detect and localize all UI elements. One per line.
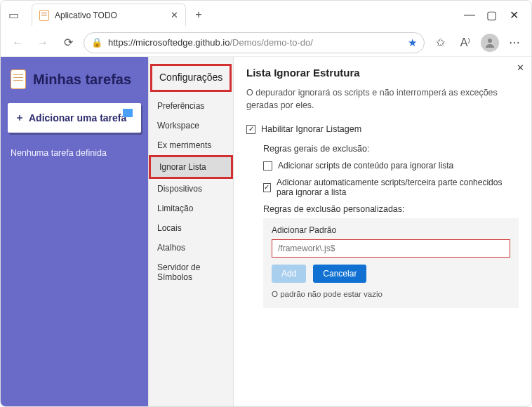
- panel-description: O depurador ignorará os scripts e não in…: [246, 87, 519, 112]
- auto-thirdparty-label: Adicionar automaticamente scripts/tercei…: [277, 178, 519, 197]
- clipboard-icon: [39, 10, 49, 21]
- address-bar: ← → ⟳ 🔒 https://microsoftedge.github.io/…: [1, 29, 531, 57]
- checkbox-icon[interactable]: [246, 125, 255, 134]
- enable-ignore-listing-row[interactable]: Habilitar Ignorar Listagem: [246, 124, 519, 134]
- app-header: Minhas tarefas: [1, 69, 148, 103]
- tab-close-icon[interactable]: ✕: [171, 10, 178, 20]
- favorites-button[interactable]: ✩: [430, 33, 450, 53]
- general-rules-title: Regras gerais de exclusão:: [263, 144, 519, 154]
- add-task-button[interactable]: ＋ Adicionar uma tarefa: [8, 103, 141, 133]
- ignore-list-panel: ✕ Lista Ignorar Estrutura O depurador ig…: [234, 57, 531, 407]
- checkbox-icon[interactable]: [263, 183, 271, 192]
- content-scripts-row[interactable]: Adicionar scripts de conteúdo para ignor…: [263, 161, 519, 171]
- lock-icon: 🔒: [91, 37, 102, 48]
- browser-tab[interactable]: Aplicativo TODO ✕: [32, 4, 186, 26]
- sidebar-item-workspace[interactable]: Workspace: [149, 116, 233, 135]
- app-title: Minhas tarefas: [33, 72, 131, 88]
- window-titlebar: ▭ Aplicativo TODO ✕ + — ▢ ✕: [1, 1, 531, 29]
- more-menu-button[interactable]: ⋯: [505, 33, 524, 53]
- pattern-label: Adicionar Padrão: [272, 225, 510, 235]
- settings-heading: Configurações: [150, 64, 232, 92]
- read-aloud-button[interactable]: A⁾: [455, 33, 475, 53]
- settings-sidebar: Configurações PreferênciasWorkspaceEx me…: [148, 57, 234, 407]
- content-scripts-label: Adicionar scripts de conteúdo para ignor…: [278, 161, 453, 171]
- tab-title: Aplicativo TODO: [55, 11, 117, 20]
- settings-list: PreferênciasWorkspaceEx merrimentsIgnora…: [149, 96, 233, 287]
- clipboard-icon: [11, 69, 26, 89]
- maximize-button[interactable]: ▢: [486, 8, 496, 22]
- empty-state-text: Nenhuma tarefa definida: [1, 133, 148, 173]
- favorite-icon[interactable]: ★: [408, 36, 417, 49]
- sidebar-item-ex-merriments[interactable]: Ex merriments: [149, 135, 233, 155]
- add-task-label: Adicionar uma tarefa: [29, 112, 126, 124]
- panel-title: Lista Ignorar Estrutura: [246, 67, 519, 79]
- url-path: /Demos/demo-to-do/: [230, 37, 313, 48]
- sidebar-item-ignorar-lista[interactable]: Ignorar Lista: [149, 155, 233, 179]
- forward-button[interactable]: →: [33, 33, 53, 53]
- add-button[interactable]: Add: [272, 265, 306, 283]
- sidebar-item-locais[interactable]: Locais: [149, 218, 233, 238]
- panel-close-icon[interactable]: ✕: [517, 62, 524, 73]
- profile-avatar[interactable]: [481, 34, 499, 52]
- checkbox-icon[interactable]: [263, 161, 272, 171]
- enable-ignore-label: Habilitar Ignorar Listagem: [261, 124, 361, 134]
- custom-rules-title: Regras de exclusão personalizadas:: [263, 204, 519, 214]
- back-button[interactable]: ←: [8, 33, 27, 53]
- sidebar-item-atalhos[interactable]: Atalhos: [149, 238, 233, 258]
- content-area: Minhas tarefas ＋ Adicionar uma tarefa Ne…: [1, 57, 531, 407]
- pattern-input[interactable]: [272, 239, 510, 258]
- url-input[interactable]: 🔒 https://microsoftedge.github.io/Demos/…: [84, 32, 425, 53]
- todo-app-pane: Minhas tarefas ＋ Adicionar uma tarefa Ne…: [1, 57, 148, 407]
- cancel-button[interactable]: Cancelar: [313, 265, 366, 283]
- window-controls: — ▢ ✕: [454, 8, 528, 22]
- sidebar-item-preferências[interactable]: Preferências: [149, 96, 233, 116]
- pattern-error-text: O padrão não pode estar vazio: [272, 290, 510, 298]
- custom-rules-box: Adicionar Padrão Add Cancelar O padrão n…: [263, 218, 519, 308]
- auto-thirdparty-row[interactable]: Adicionar automaticamente scripts/tercei…: [263, 178, 519, 197]
- sidebar-item-servidor-de-símbolos[interactable]: Servidor de Símbolos: [149, 258, 233, 287]
- close-window-button[interactable]: ✕: [509, 8, 519, 22]
- sidebar-item-limitação[interactable]: Limitação: [149, 199, 233, 218]
- sidebar-item-dispositivos[interactable]: Dispositivos: [149, 179, 233, 199]
- url-host: https://microsoftedge.github.io: [108, 37, 230, 48]
- minimize-button[interactable]: —: [464, 8, 474, 22]
- reload-button[interactable]: ⟳: [58, 33, 78, 53]
- new-tab-button[interactable]: +: [189, 8, 208, 21]
- svg-point-0: [488, 39, 492, 43]
- tab-actions-icon[interactable]: ▭: [4, 5, 23, 25]
- tab-strip: Aplicativo TODO ✕ +: [27, 4, 454, 26]
